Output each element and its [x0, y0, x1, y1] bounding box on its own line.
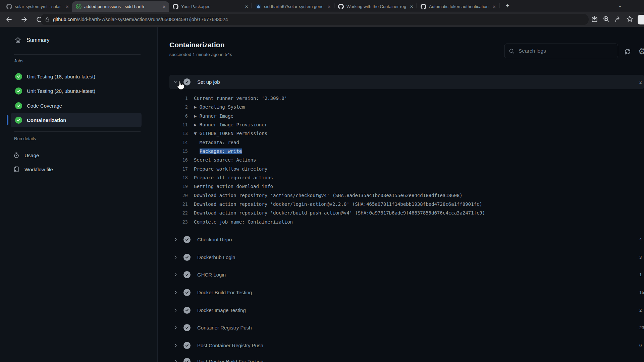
step-label: Container Registry Push	[197, 325, 252, 330]
browser-tab-3[interactable]: Your Packages ✕	[169, 1, 252, 12]
search-logs-input[interactable]	[518, 48, 613, 54]
browser-tab-1[interactable]: solar-system.yml - solar-system ✕	[3, 1, 72, 12]
step-duration: 3	[639, 255, 642, 260]
log-line-number[interactable]: 1	[169, 96, 188, 101]
log-group-collapsed[interactable]: ▶ Runner Image	[194, 113, 233, 119]
step-success-check-icon	[183, 324, 191, 331]
download-icon[interactable]	[591, 15, 598, 23]
step-container-registry-push[interactable]: Container Registry Push 23	[169, 320, 644, 335]
sidebar-item-summary[interactable]: Summary	[15, 37, 49, 43]
log-line: 23Complete job name: Containerization	[169, 218, 485, 226]
jobs-header: Jobs	[14, 58, 23, 63]
log-line: 17Prepare workflow directory	[169, 165, 485, 173]
step-set-up-job[interactable]: Set up job 2	[169, 75, 644, 89]
success-check-icon	[15, 117, 22, 124]
step-label: GHCR Login	[197, 272, 226, 278]
log-line-number[interactable]: 16	[169, 157, 188, 163]
bookmark-star-icon[interactable]	[626, 15, 634, 23]
job-label: Code Coverage	[27, 103, 62, 109]
chevron-right-icon	[173, 290, 178, 295]
browser-tab-2-active[interactable]: added permissions - sidd-harth- ✕	[72, 1, 169, 12]
step-checkout-repo[interactable]: Checkout Repo 4	[169, 232, 644, 247]
log-line-number[interactable]: 15	[169, 148, 188, 154]
step-post-docker-build-for-testing[interactable]: Post Docker Build For Testing	[169, 354, 644, 362]
tab-separator	[499, 3, 499, 8]
log-line-number[interactable]: 13	[169, 131, 188, 136]
forward-button[interactable]	[19, 14, 29, 24]
url-path: /sidd-harth-7/solar-system/actions/runs/…	[77, 17, 228, 22]
lock-icon	[45, 17, 50, 22]
step-success-check-icon	[183, 236, 191, 243]
run-detail-label: Workflow file	[24, 167, 53, 172]
step-ghcr-login[interactable]: GHCR Login 1	[169, 267, 644, 282]
zoom-search-icon[interactable]	[603, 15, 610, 23]
log-line: 15 Packages: write	[169, 147, 485, 156]
github-check-favicon	[75, 4, 82, 10]
browser-tab-4[interactable]: siddharth67/solar-system gener ✕	[252, 1, 334, 12]
tab-title: Working with the Container regi	[346, 4, 406, 9]
browser-tab-5[interactable]: Working with the Container regi ✕	[334, 1, 417, 12]
log-line: 14 Metadata: read	[169, 138, 485, 147]
log-line-number[interactable]: 6	[169, 113, 188, 119]
refresh-logs-icon[interactable]	[624, 48, 631, 55]
divider	[14, 54, 141, 55]
dockerhub-favicon	[255, 4, 261, 10]
close-icon[interactable]: ✕	[64, 4, 70, 10]
tab-list-chevron-icon[interactable]: ⌄	[618, 3, 622, 8]
log-line-text: Download action repository 'docker/login…	[194, 201, 482, 207]
sidebar-item-label: Summary	[26, 37, 49, 43]
log-group-collapsed[interactable]: ▶ Operating System	[194, 104, 245, 110]
step-duration: 2	[639, 308, 642, 313]
log-line-number[interactable]: 19	[169, 184, 188, 189]
log-line-number[interactable]: 2	[169, 104, 188, 110]
chevron-right-icon	[173, 325, 178, 330]
share-icon[interactable]	[614, 15, 622, 23]
close-icon[interactable]: ✕	[491, 4, 497, 10]
step-success-check-icon	[183, 78, 191, 85]
sidebar-item-usage[interactable]: Usage	[13, 148, 39, 162]
browser-tab-bar: solar-system.yml - solar-system ✕ added …	[0, 0, 644, 12]
sidebar-item-workflow-file[interactable]: Workflow file	[13, 162, 53, 176]
back-button[interactable]	[4, 14, 14, 24]
close-icon[interactable]: ✕	[244, 4, 250, 10]
log-line-number[interactable]: 14	[169, 140, 188, 145]
job-label: Containerization	[27, 117, 66, 123]
sidebar-job-unit-testing-20[interactable]: Unit Testing (20, ubuntu-latest)	[11, 84, 142, 98]
log-line-number[interactable]: 18	[169, 175, 188, 180]
log-group-expanded[interactable]: ▼ GITHUB_TOKEN Permissions	[194, 131, 267, 136]
search-logs-box[interactable]	[504, 44, 618, 58]
step-label: Docker Build For Testing	[197, 290, 252, 295]
step-dockerhub-login[interactable]: Dockerhub Login 3	[169, 250, 644, 264]
log-line-number[interactable]: 20	[169, 193, 188, 198]
log-line-text: Metadata: read	[194, 140, 239, 145]
log-line: 1Current runner version: '2.309.0'	[169, 94, 485, 103]
browser-profile-avatar[interactable]	[638, 15, 644, 24]
close-icon[interactable]: ✕	[409, 4, 415, 10]
close-icon[interactable]: ✕	[326, 4, 332, 10]
log-line-number[interactable]: 22	[169, 210, 188, 216]
step-post-container-registry-push[interactable]: Post Container Registry Push 0	[169, 338, 644, 353]
log-line-text: Download action repository 'actions/chec…	[194, 193, 463, 198]
address-bar[interactable]: github.com/sidd-harth-7/solar-system/act…	[40, 14, 589, 25]
chevron-right-icon	[173, 272, 178, 277]
step-duration: 0	[639, 343, 642, 348]
log-line: 20Download action repository 'actions/ch…	[169, 191, 485, 200]
sidebar-job-containerization-selected[interactable]: Containerization	[11, 113, 142, 127]
log-line-text: Download action repository 'docker/build…	[194, 210, 485, 216]
step-docker-build-for-testing[interactable]: Docker Build For Testing 15	[169, 285, 644, 300]
log-line: 2▶ Operating System	[169, 103, 485, 111]
new-tab-button[interactable]: +	[503, 1, 512, 11]
log-line-number[interactable]: 11	[169, 122, 188, 127]
sidebar-job-unit-testing-18[interactable]: Unit Testing (18, ubuntu-latest)	[11, 69, 142, 83]
stopwatch-icon	[13, 152, 19, 158]
log-line-number[interactable]: 21	[169, 201, 188, 207]
log-line-number[interactable]: 17	[169, 166, 188, 172]
log-group-collapsed[interactable]: ▶ Runner Image Provisioner	[194, 122, 267, 127]
browser-tab-6[interactable]: Automatic token authentication ✕	[417, 1, 499, 12]
step-docker-image-testing[interactable]: Docker Image Testing 2	[169, 303, 644, 317]
log-line-text: Complete job name: Containerization	[194, 219, 293, 225]
close-icon[interactable]: ✕	[161, 4, 167, 10]
log-settings-gear-icon[interactable]: ⚙	[638, 46, 644, 57]
sidebar-job-code-coverage[interactable]: Code Coverage	[11, 99, 142, 113]
log-line-number[interactable]: 23	[169, 219, 188, 225]
